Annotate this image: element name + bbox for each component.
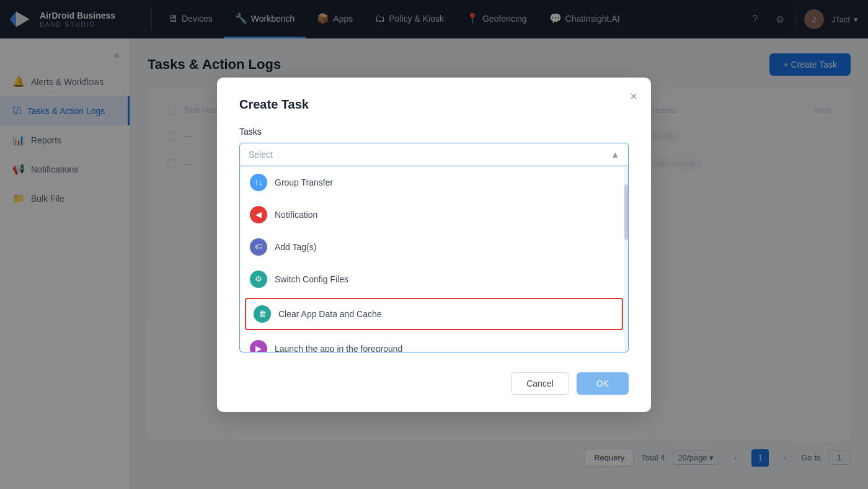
tasks-label: Tasks [239, 127, 629, 137]
dropdown-item[interactable]: 🗑Clear App Data and Cache [245, 298, 623, 330]
select-placeholder: Select [249, 150, 273, 159]
task-icon: ▶ [250, 340, 267, 352]
modal-overlay[interactable]: Create Task × Tasks Select ▲ ↑↓Group Tra… [0, 0, 868, 489]
task-icon: 🗑 [254, 305, 271, 323]
task-select-box[interactable]: Select ▲ [239, 143, 629, 166]
task-item-label: Notification [275, 210, 317, 220]
modal-title: Create Task [239, 97, 629, 112]
scrollbar-track [624, 166, 628, 352]
dropdown-item[interactable]: 🏷Add Tag(s) [240, 231, 628, 263]
cancel-button[interactable]: Cancel [511, 372, 569, 395]
modal-footer: Cancel OK [239, 372, 629, 395]
task-item-label: Group Transfer [275, 177, 333, 187]
dropdown-item[interactable]: ▶Launch the app in the foreground [240, 333, 628, 352]
create-task-modal: Create Task × Tasks Select ▲ ↑↓Group Tra… [217, 78, 651, 412]
task-icon: 🏷 [250, 238, 267, 256]
dropdown-items: ↑↓Group Transfer◀Notification🏷Add Tag(s)… [240, 166, 628, 352]
dropdown-item[interactable]: ⚙Switch Config Files [240, 263, 628, 295]
dropdown-item[interactable]: ◀Notification [240, 199, 628, 231]
task-item-label: Switch Config Files [275, 274, 348, 284]
task-icon: ◀ [250, 206, 267, 223]
task-item-label: Add Tag(s) [275, 242, 316, 252]
dropdown-item[interactable]: ↑↓Group Transfer [240, 166, 628, 199]
chevron-up-icon: ▲ [611, 150, 619, 159]
ok-button[interactable]: OK [577, 372, 629, 395]
scrollbar-thumb [624, 184, 628, 240]
task-icon: ⚙ [250, 271, 267, 288]
task-icon: ↑↓ [250, 174, 267, 191]
task-item-label: Clear App Data and Cache [278, 309, 382, 319]
modal-close-button[interactable]: × [630, 90, 637, 102]
task-dropdown-list: ↑↓Group Transfer◀Notification🏷Add Tag(s)… [239, 166, 629, 352]
task-item-label: Launch the app in the foreground [275, 344, 402, 352]
